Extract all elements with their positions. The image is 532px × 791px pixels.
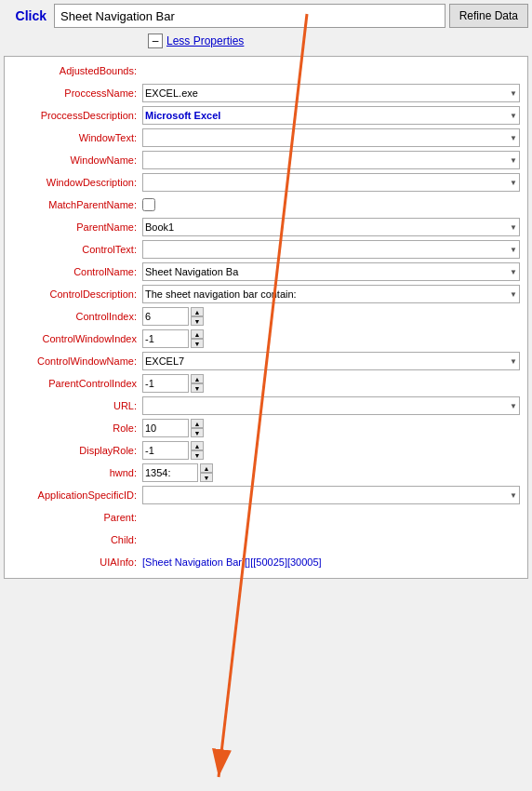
control-index-label: ControlIndex: [12, 311, 142, 322]
prop-row-hwnd: hwnd: ▲ ▼ [12, 463, 520, 483]
control-index-down[interactable]: ▼ [191, 316, 204, 326]
prop-row-uia-info: UIAInfo: [Sheet Navigation Bar][][[50025… [12, 552, 520, 572]
prop-row-url: URL: [12, 396, 520, 416]
process-name-dropdown-wrapper [142, 84, 520, 102]
display-role-up[interactable]: ▲ [191, 441, 204, 450]
control-name-input[interactable] [142, 262, 520, 281]
match-parent-name-value [142, 198, 520, 211]
window-text-label: WindowText: [12, 132, 142, 143]
parent-control-index-up[interactable]: ▲ [191, 374, 204, 383]
control-window-index-label: ControlWindowIndex [12, 333, 142, 344]
adjusted-bounds-label: AdjustedBounds: [12, 65, 142, 76]
prop-row-control-window-name: ControlWindowName: [12, 351, 520, 371]
control-text-input[interactable] [142, 240, 520, 259]
prop-row-match-parent-name: MatchParentName: [12, 194, 520, 215]
target-text-input[interactable] [54, 4, 446, 28]
hwnd-up[interactable]: ▲ [200, 463, 213, 473]
prop-row-process-name: ProccessName: [12, 83, 520, 103]
display-role-spinner-btns: ▲ ▼ [191, 441, 204, 460]
app-specific-id-dropdown-wrapper [142, 486, 520, 504]
url-label: URL: [12, 400, 142, 411]
process-name-label: ProccessName: [12, 87, 142, 99]
control-index-spinner-btns: ▲ ▼ [191, 307, 204, 326]
app-specific-id-input[interactable] [142, 486, 520, 504]
child-label: Child: [12, 534, 142, 545]
hwnd-spinner: ▲ ▼ [142, 463, 213, 482]
window-text-input[interactable] [142, 128, 520, 147]
control-window-name-dropdown-wrapper [142, 352, 520, 370]
process-desc-label: ProccessDescription: [12, 110, 142, 121]
prop-row-role: Role: ▲ ▼ [12, 418, 520, 438]
control-desc-input[interactable] [142, 285, 520, 303]
control-index-input[interactable] [142, 307, 189, 326]
control-index-up[interactable]: ▲ [191, 307, 204, 316]
url-value [142, 396, 520, 415]
role-down[interactable]: ▼ [191, 428, 204, 437]
control-window-index-spinner-btns: ▲ ▼ [191, 329, 204, 348]
app-specific-id-value [142, 486, 520, 504]
prop-row-control-desc: ControlDescription: [12, 284, 520, 304]
process-desc-input[interactable] [142, 106, 520, 125]
window-text-dropdown-wrapper [142, 128, 520, 147]
display-role-value: ▲ ▼ [142, 441, 520, 460]
display-role-input[interactable] [142, 441, 189, 460]
parent-control-index-spinner: ▲ ▼ [142, 374, 204, 393]
parent-label: Parent: [12, 512, 142, 523]
window-name-label: WindowName: [12, 154, 142, 166]
prop-row-parent: Parent: [12, 507, 520, 528]
process-desc-dropdown-wrapper [142, 106, 520, 125]
url-input[interactable] [142, 396, 520, 415]
control-window-name-input[interactable] [142, 352, 520, 370]
control-window-index-down[interactable]: ▼ [191, 339, 204, 348]
process-name-input[interactable] [142, 84, 520, 102]
header-row: Click Refine Data [4, 4, 528, 28]
control-window-name-value [142, 352, 520, 370]
app-specific-id-label: ApplicationSpecificID: [12, 489, 142, 501]
prop-row-control-name: ControlName: [12, 261, 520, 282]
control-text-dropdown-wrapper [142, 240, 520, 259]
uia-info-label: UIAInfo: [12, 556, 142, 568]
control-desc-value [142, 285, 520, 303]
control-desc-label: ControlDescription: [12, 288, 142, 300]
control-window-index-up[interactable]: ▲ [191, 329, 204, 339]
window-desc-input[interactable] [142, 173, 520, 192]
prop-row-parent-control-index: ParentControlIndex ▲ ▼ [12, 373, 520, 394]
less-properties-link[interactable]: Less Properties [166, 34, 244, 47]
display-role-label: DisplayRole: [12, 445, 142, 456]
display-role-spinner: ▲ ▼ [142, 441, 204, 460]
window-text-value [142, 128, 520, 147]
role-input[interactable] [142, 419, 189, 437]
display-role-down[interactable]: ▼ [191, 450, 204, 460]
parent-control-index-down[interactable]: ▼ [191, 383, 204, 393]
process-desc-value [142, 106, 520, 125]
prop-row-child: Child: [12, 530, 520, 550]
process-name-value [142, 84, 520, 102]
match-parent-name-checkbox[interactable] [142, 198, 155, 211]
window-desc-dropdown-wrapper [142, 173, 520, 192]
parent-control-index-input[interactable] [142, 374, 189, 393]
prop-row-display-role: DisplayRole: ▲ ▼ [12, 440, 520, 461]
control-index-value: ▲ ▼ [142, 307, 520, 326]
hwnd-value: ▲ ▼ [142, 463, 520, 482]
refine-data-button[interactable]: Refine Data [449, 4, 528, 28]
role-up[interactable]: ▲ [191, 419, 204, 428]
control-window-name-label: ControlWindowName: [12, 355, 142, 367]
prop-row-process-desc: ProccessDescription: [12, 105, 520, 126]
control-name-value [142, 262, 520, 281]
prop-row-window-name: WindowName: [12, 150, 520, 170]
hwnd-input[interactable] [142, 463, 198, 482]
window-desc-value [142, 173, 520, 192]
parent-control-index-spinner-btns: ▲ ▼ [191, 374, 204, 393]
window-desc-label: WindowDescription: [12, 177, 142, 188]
match-parent-name-label: MatchParentName: [12, 199, 142, 210]
hwnd-down[interactable]: ▼ [200, 473, 213, 482]
window-name-input[interactable] [142, 151, 520, 169]
prop-row-parent-name: ParentName: [12, 217, 520, 237]
prop-row-adjusted-bounds: AdjustedBounds: [12, 60, 520, 81]
minus-button[interactable]: – [148, 34, 163, 48]
parent-name-input[interactable] [142, 218, 520, 236]
control-text-label: ControlText: [12, 244, 142, 255]
prop-row-control-window-index: ControlWindowIndex ▲ ▼ [12, 328, 520, 349]
control-window-index-input[interactable] [142, 329, 189, 348]
prop-row-app-specific-id: ApplicationSpecificID: [12, 485, 520, 505]
